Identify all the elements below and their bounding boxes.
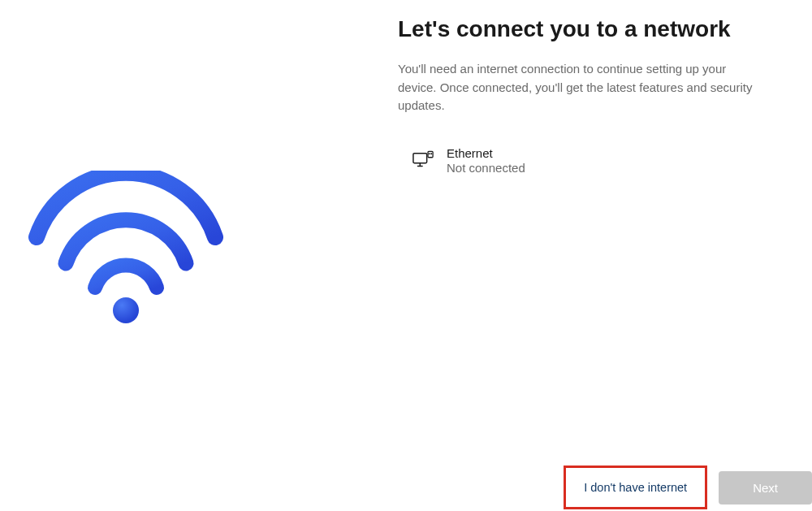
network-status: Not connected bbox=[447, 161, 525, 175]
network-name: Ethernet bbox=[447, 146, 525, 160]
page-subtitle: You'll need an internet connection to co… bbox=[398, 60, 755, 115]
ethernet-icon bbox=[412, 151, 434, 169]
highlight-box: I don't have internet bbox=[564, 466, 707, 509]
footer-actions: I don't have internet Next bbox=[564, 466, 812, 509]
network-text: Ethernet Not connected bbox=[447, 146, 525, 175]
next-button[interactable]: Next bbox=[719, 471, 812, 505]
network-item-ethernet[interactable]: Ethernet Not connected bbox=[398, 141, 788, 180]
illustration-panel bbox=[0, 0, 390, 511]
network-list: Ethernet Not connected bbox=[398, 141, 788, 180]
svg-point-0 bbox=[113, 297, 139, 323]
wifi-icon bbox=[28, 171, 223, 333]
page-title: Let's connect you to a network bbox=[398, 15, 788, 44]
no-internet-button[interactable]: I don't have internet bbox=[569, 471, 702, 504]
svg-rect-1 bbox=[413, 154, 427, 163]
content-panel: Let's connect you to a network You'll ne… bbox=[398, 15, 788, 180]
